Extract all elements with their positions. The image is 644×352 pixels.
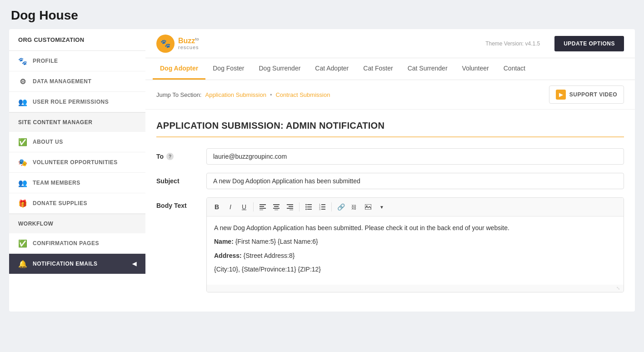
svg-point-14 — [305, 206, 307, 208]
tab-cat-foster[interactable]: Cat Foster — [356, 58, 400, 80]
body-line-name: Name: {First Name:5} {Last Name:6} — [214, 236, 616, 246]
support-video-button[interactable]: ▶ SUPPORT VIDEO — [549, 85, 624, 104]
bold-button[interactable]: B — [210, 201, 223, 213]
body-text-row: Body Text B I U — [156, 197, 624, 292]
sidebar-item-notification-emails[interactable]: 🔔 NOTIFICATION EMAILS ◀ — [9, 254, 145, 274]
sidebar-item-volunteer-opportunities[interactable]: 🎭 VOLUNTEER OPPORTUNITIES — [9, 152, 145, 173]
donate-supplies-icon: 🎁 — [18, 199, 27, 208]
tab-dog-adopter[interactable]: Dog Adopter — [153, 58, 205, 80]
svg-rect-4 — [273, 204, 280, 205]
toolbar-divider-3 — [331, 202, 332, 211]
section-heading: APPLICATION SUBMISSION: ADMIN NOTIFICATI… — [156, 121, 624, 131]
tab-volunteer[interactable]: Volunteer — [455, 58, 496, 80]
sidebar-item-profile[interactable]: 🐾 PROFILE — [9, 51, 145, 71]
name-label: Name: — [214, 238, 234, 245]
svg-rect-1 — [260, 206, 264, 207]
svg-rect-11 — [290, 210, 293, 210]
tab-dog-foster[interactable]: Dog Foster — [205, 58, 251, 80]
confirmation-pages-icon: ✅ — [18, 239, 27, 248]
svg-rect-10 — [287, 208, 293, 209]
sidebar-item-team-members[interactable]: 👥 TEAM MEMBERS — [9, 173, 145, 193]
align-right-button[interactable] — [284, 201, 296, 213]
image-button[interactable] — [362, 201, 374, 213]
sidebar-item-label: ABOUT US — [33, 139, 63, 145]
link-button[interactable]: 🔗 — [334, 201, 347, 213]
workflow-header: WORKFLOW — [9, 214, 145, 233]
to-input[interactable] — [206, 148, 624, 165]
image-dropdown-button[interactable]: ▼ — [375, 201, 388, 213]
logo-rescues: rescues — [178, 45, 199, 50]
jump-link-contract-submission[interactable]: Contract Submission — [275, 91, 330, 98]
svg-rect-17 — [307, 209, 312, 210]
svg-rect-3 — [260, 210, 263, 210]
sidebar-item-label: VOLUNTEER OPPORTUNITIES — [33, 159, 118, 166]
tab-dog-surrender[interactable]: Dog Surrender — [252, 58, 308, 80]
underline-button[interactable]: U — [238, 201, 250, 213]
tab-navigation: Dog Adopter Dog Foster Dog Surrender Cat… — [145, 58, 635, 80]
subject-row: Subject — [156, 173, 624, 189]
tab-cat-surrender[interactable]: Cat Surrender — [400, 58, 455, 80]
sidebar-item-label: CONFIRMATION PAGES — [33, 240, 99, 246]
svg-rect-21 — [321, 206, 325, 207]
svg-rect-6 — [273, 208, 280, 209]
sidebar-item-user-role-permissions[interactable]: 👥 USER ROLE PERMISSIONS — [9, 92, 145, 112]
toolbar-divider — [253, 202, 254, 211]
sidebar-item-about-us[interactable]: ✅ ABOUT US — [9, 132, 145, 152]
body-line-city: {City:10}, {State/Province:11} {ZIP:12} — [214, 264, 616, 274]
update-options-button[interactable]: UPDATE OPTIONS — [554, 36, 624, 51]
ordered-list-button[interactable]: 1.2.3. — [316, 201, 329, 213]
chevron-right-icon: ◀ — [132, 261, 137, 267]
svg-point-12 — [305, 204, 307, 206]
svg-rect-15 — [307, 206, 312, 207]
section-divider — [156, 136, 624, 137]
logo-area: 🐾 Buzzto rescues — [156, 35, 199, 53]
sidebar-item-confirmation-pages[interactable]: ✅ CONFIRMATION PAGES — [9, 233, 145, 254]
support-video-label: SUPPORT VIDEO — [569, 91, 617, 98]
notification-emails-icon: 🔔 — [18, 259, 27, 268]
logo-icon: 🐾 — [156, 35, 175, 53]
header-bar: 🐾 Buzzto rescues Theme Version: v4.1.5 U… — [145, 29, 635, 58]
subject-input[interactable] — [206, 173, 624, 189]
tab-cat-adopter[interactable]: Cat Adopter — [308, 58, 356, 80]
theme-version: Theme Version: v4.1.5 — [485, 40, 540, 47]
svg-rect-2 — [260, 208, 266, 209]
tab-contact[interactable]: Contact — [496, 58, 533, 80]
resize-icon: ⤡ — [616, 286, 622, 291]
editor-toolbar: B I U — [207, 198, 624, 216]
to-help-icon[interactable]: ? — [166, 153, 174, 160]
unordered-list-button[interactable] — [302, 201, 315, 213]
jump-link-application-submission[interactable]: Application Submission — [205, 91, 266, 98]
unlink-button[interactable]: ⛓ — [348, 201, 361, 213]
svg-rect-7 — [275, 210, 278, 210]
italic-button[interactable]: I — [224, 201, 237, 213]
sidebar: ORG CUSTOMIZATION 🐾 PROFILE ⚙ DATA MANAG… — [9, 29, 145, 312]
editor-body[interactable]: A new Dog Adoption Application has been … — [207, 216, 624, 285]
toolbar-divider-2 — [299, 202, 300, 211]
logo-text: Buzzto rescues — [178, 37, 199, 50]
jump-section: Jump To Section: Application Submission … — [145, 80, 635, 110]
editor-resize-handle[interactable]: ⤡ — [207, 285, 624, 292]
svg-rect-0 — [260, 204, 266, 205]
address-label: Address: — [214, 252, 242, 259]
align-left-button[interactable] — [256, 201, 269, 213]
about-us-icon: ✅ — [18, 137, 27, 146]
body-text-label: Body Text — [156, 197, 197, 209]
svg-text:3.: 3. — [319, 208, 321, 210]
user-role-icon: 👥 — [18, 97, 27, 106]
sidebar-item-label: NOTIFICATION EMAILS — [33, 261, 98, 267]
jump-dot: • — [270, 91, 272, 98]
sidebar-item-donate-supplies[interactable]: 🎁 DONATE SUPPLIES — [9, 193, 145, 214]
body-line-address: Address: {Street Address:8} — [214, 251, 616, 261]
svg-point-16 — [305, 209, 307, 210]
address-value: {Street Address:8} — [244, 252, 295, 259]
volunteer-opportunities-icon: 🎭 — [18, 158, 27, 167]
app-title: Dog House — [0, 0, 644, 29]
play-icon: ▶ — [556, 90, 566, 100]
align-center-button[interactable] — [270, 201, 283, 213]
profile-icon: 🐾 — [18, 56, 27, 65]
org-customization-header: ORG CUSTOMIZATION — [9, 29, 145, 51]
content-area: 🐾 Buzzto rescues Theme Version: v4.1.5 U… — [145, 29, 635, 312]
sidebar-item-data-management[interactable]: ⚙ DATA MANAGEMENT — [9, 71, 145, 92]
editor-container: B I U — [206, 197, 624, 292]
name-value: {First Name:5} {Last Name:6} — [235, 238, 318, 245]
